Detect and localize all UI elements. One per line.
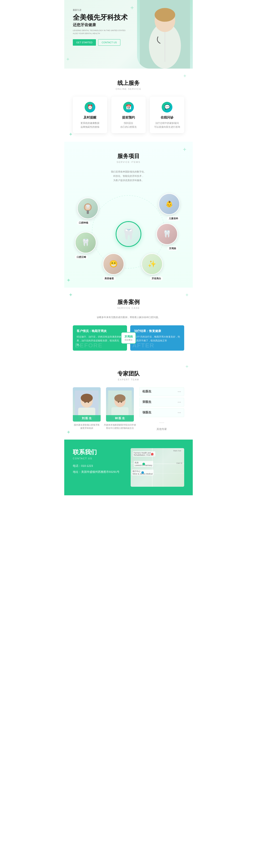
before-label: BEFORE [75,342,103,349]
svg-rect-7 [87,210,89,214]
service-center-item: 🦷 [116,221,141,247]
svg-text:🦷: 🦷 [82,238,90,246]
expert-list-name-song: 宋医生 [142,400,152,404]
contact-section: 联系我们 CONTACT US 电话：010-1223 地址：美国华盛顿州西雅图… [64,440,193,495]
service-items-desc: 我们采用各种国际领先的数字化、科技化、智能化的牙科技术，为客户提供优质的牙科服务… [98,170,159,182]
service-items-section: + ✦ 服务项目 SERVICE ITEMS 我们采用各种国际领先的数字化、科技… [64,142,193,287]
after-title: 治疗结果：恢复健康 [134,329,181,333]
contact-info: 联系我们 CONTACT US 电话：010-1223 地址：美国华盛顿州西雅图… [73,448,126,476]
service-item-children: 👶 [159,193,180,215]
before-title: 客户情况：晚期牙周炎 [77,329,123,333]
service-label-gum: 牙周病 [167,246,178,251]
consult-desc: 治疗过程中的诸多疑问可以直接向医生进行咨询 [153,121,181,129]
contact-title-en: CONTACT US [73,457,126,460]
case-title-en: SERVICE CASE [73,307,184,309]
contact-us-button[interactable]: CONTACT US [98,39,121,45]
svg-point-26 [121,401,122,403]
map-street-2: Oak St [175,462,183,465]
expert-name-1: 刘 医 生 [73,415,101,422]
svg-text:✨: ✨ [148,260,156,268]
service-cards-container: ⏰ 及时提醒 更系统的健康数据远离拖延性的烦恼 📅 提前预约 找到适合自己的口腔… [73,97,184,133]
remind-title: 及时提醒 [76,116,104,120]
get-started-button[interactable]: GET STARTED [73,39,96,45]
contact-title-zh: 联系我们 [73,448,126,456]
expert-list-item-zhang[interactable]: 张医生 ⋯ [139,408,184,417]
expert-other[interactable]: 其他专家 [139,427,184,431]
deco-plus-et: + [186,364,189,370]
expert-other-label: 其他专家 [157,428,167,431]
expert-more-dots: …… [139,419,184,425]
remind-desc: 更系统的健康数据远离拖延性的烦恼 [76,121,104,129]
expert-name-2: 钟 医 生 [106,415,134,422]
svg-point-19 [85,402,86,403]
service-label-restore: 美容修复 [103,277,116,281]
service-circle-layout: 🦷 口腔种植 🦷 口腔正畸 😁 美容修复 ✨ 牙齿美白 � [73,189,184,279]
expert-grid: 刘 医 生 国内著名里咬领口腔复牙医接受牙科组训 钟 医 生 [73,387,184,431]
map-container: Farmers Health andRehabilitation: First … [131,448,184,487]
contact-address: 地址：美国华盛顿州西雅图市93291号 [73,470,126,474]
hero-section: + + 最新引进 全美领先牙科技术 还您牙齿健康 LEADING DENTAL … [64,0,193,69]
service-label-implant: 口腔种植 [77,221,90,225]
map-street-1: Main Ave [172,449,182,452]
svg-text:🦷: 🦷 [163,230,171,238]
deco-plus-os2: ✦ [68,131,73,137]
service-label-ortho: 口腔正畸 [75,255,88,259]
service-items-title-en: SERVICE ITEMS [68,161,189,163]
hero-tag: 最新引进 [73,8,137,11]
expert-list-dots-song: ⋯ [178,400,181,404]
online-service-title-en: ONLINE SERVICE [73,88,184,90]
after-panel: 治疗结果：恢复健康 经2个月的治疗后，晚期牙周火恢复良好，吃东西牙不痛了，咬东西… [130,326,184,351]
svg-point-24 [115,394,126,402]
service-card-book: 📅 提前预约 找到适合自己的口腔医生 [111,97,146,133]
expert-section: + ✦ 专家团队 EXPERT TEAM 刘 医 生 国内著名里咬 [64,359,193,440]
badge-main: 牙周病 [123,335,134,338]
expert-list-dots-du: ⋯ [178,390,181,394]
consult-icon: 💬 [162,102,172,113]
service-label-children: 儿童齿科 [167,216,180,220]
expert-desc-2: 丹麦来本地根望家医学院访问学者育在中口腔院口腔颅科副主任 [104,423,136,430]
deco-plus-sc: + [186,292,189,298]
expert-desc-1: 国内著名里咬领口腔复牙医接受牙科组训 [74,423,100,430]
expert-list-item-song[interactable]: 宋医生 ⋯ [139,398,184,407]
service-items-title: 服务项目 [68,152,189,160]
service-item-implant: 🦷 [77,197,98,219]
map-pin-2 [142,463,145,465]
service-item-whitening: ✨ [141,253,163,275]
hero-title: 全美领先牙科技术 [73,13,137,22]
service-case-section: + ✦ 服务案例 SERVICE CASE 诊断多年来有无数的成功案例，帮助客人… [64,288,193,359]
expert-list-name-du: 杜医生 [142,390,152,394]
deco-plus-2: + [66,56,69,62]
expert-title-en: EXPERT TEAM [73,378,184,381]
book-title: 提前预约 [115,116,142,120]
service-item-ortho: 🦷 [75,232,96,253]
svg-point-25 [118,401,119,403]
book-icon: 📅 [123,102,134,113]
hero-desc-1: LEADING DENTAL TECHNOLOGY IN THE UNITED … [73,29,137,35]
svg-point-18 [81,394,93,402]
expert-title: 专家团队 [73,370,184,377]
case-desc: 诊断多年来有无数的成功案例，帮助客人解决各种口腔问题。 [73,316,184,319]
before-panel: 客户情况：晚期牙周炎 经过放疗、治疗后，仍然没有达到满意的效果，治疗后的牙齿还能… [73,326,127,351]
hero-subtitle: 还您牙齿健康 [73,22,137,27]
contact-phone: 电话：010-1223 [73,464,126,468]
service-card-consult: 💬 在线问诊 治疗过程中的诸多疑问可以直接向医生进行咨询 [150,97,184,133]
svg-point-3 [155,8,175,22]
deco-plus-os: + [183,73,186,79]
deco-plus-si: + [183,146,186,153]
map-pin-3 [141,471,144,474]
expert-list-dots-zhang: ⋯ [178,411,181,415]
online-service-title: 线上服务 [73,79,184,87]
after-text: 经2个月的治疗后，晚期牙周火恢复良好，吃东西牙不痛了，咬东西品味正常 [134,335,181,343]
svg-point-20 [88,402,89,403]
case-title: 服务案例 [73,298,184,306]
deco-plus-si2: ✦ [66,277,71,283]
remind-icon: ⏰ [85,102,95,113]
expert-list-item-du[interactable]: 杜医生 ⋯ [139,387,184,396]
before-after-container: 客户情况：晚期牙周炎 经过放疗、治疗后，仍然没有达到满意的效果，治疗后的牙齿还能… [73,326,184,351]
deco-plus-sc2: ✦ [68,292,73,298]
deco-plus-et2: ✦ [66,429,71,435]
expert-list-name-zhang: 张医生 [142,411,152,414]
svg-text:👶: 👶 [165,200,173,208]
case-badge: 牙周病 综合整治 [121,332,136,344]
map-pin-1 [151,453,154,456]
